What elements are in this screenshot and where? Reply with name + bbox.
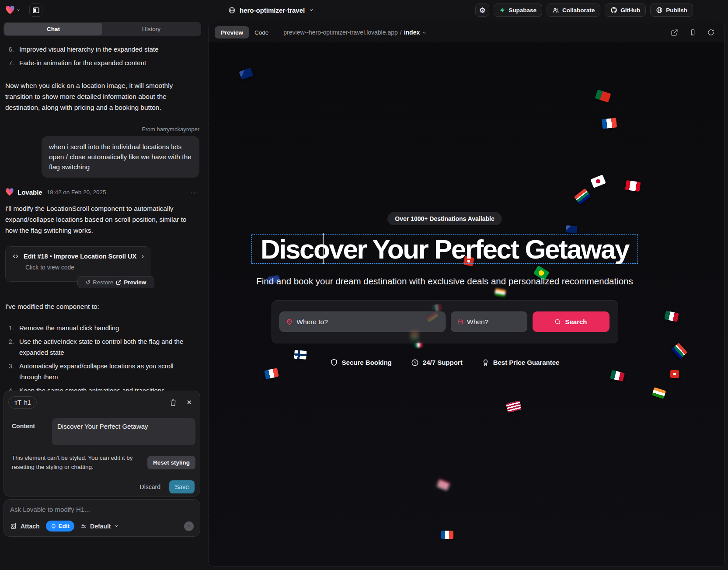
publish-button[interactable]: Publish <box>650 3 693 17</box>
flag-india <box>652 387 666 399</box>
crosshair-icon <box>51 523 56 529</box>
tab-history[interactable]: History <box>102 23 200 35</box>
supabase-bolt-icon <box>499 7 505 14</box>
preview-chrome-bar: Preview Code preview--hero-optimizer-tra… <box>209 22 724 42</box>
clock-icon <box>411 359 419 367</box>
tab-code[interactable]: Code <box>254 29 268 36</box>
content-textarea[interactable]: Discover Your Perfect Getaway <box>52 418 195 445</box>
sidebar-toggle-button[interactable] <box>29 3 42 17</box>
preview-version-button[interactable]: Preview <box>116 279 146 286</box>
flag-mexico <box>664 311 679 322</box>
gear-icon: ⚙ <box>479 6 485 14</box>
destinations-badge: Over 1000+ Destinations Available <box>387 212 502 225</box>
list-item: 7. Fade-in animation for the expanded co… <box>5 57 201 68</box>
save-button[interactable]: Save <box>169 480 195 493</box>
message-from-label: From harrymckayroper <box>5 126 201 133</box>
when-input-wrap[interactable] <box>451 311 527 332</box>
when-input[interactable] <box>467 318 520 326</box>
discard-button[interactable]: Discard <box>140 483 160 490</box>
send-button[interactable]: ↑ <box>184 521 194 531</box>
flag-switzerland <box>670 370 679 378</box>
attach-button[interactable]: Attach <box>10 523 40 530</box>
calendar-icon <box>457 318 463 325</box>
chevron-right-icon: › <box>142 252 144 260</box>
search-icon <box>554 318 561 325</box>
hero-section: Over 1000+ Destinations Available Discov… <box>226 42 663 367</box>
github-button[interactable]: GitHub <box>605 3 646 17</box>
where-input[interactable] <box>296 318 439 326</box>
chat-composer: Attach Edit Default ↑ <box>3 499 200 537</box>
model-default-selector[interactable]: Default <box>80 523 118 530</box>
image-icon <box>10 523 17 530</box>
external-link-icon <box>116 280 122 285</box>
element-editor-panel: TT h1 ✕ Content Discover Your Perfect Ge… <box>3 391 200 497</box>
panel-left-icon <box>32 7 40 14</box>
preview-panel: Preview Code preview--hero-optimizer-tra… <box>208 22 725 567</box>
url-page: index <box>404 29 420 36</box>
trust-support: 24/7 Support <box>411 359 463 367</box>
project-switcher[interactable]: hero-optimizer-travel <box>228 3 314 17</box>
message-timestamp: 18:42 on Feb 20, 2025 <box>47 189 106 196</box>
where-input-wrap[interactable] <box>279 311 446 332</box>
flag-france <box>264 368 279 379</box>
supabase-label: Supabase <box>509 7 536 14</box>
text-caret <box>323 233 324 264</box>
restore-button[interactable]: ↺ Restore <box>86 279 114 286</box>
flag-south-africa <box>672 343 687 359</box>
chat-paragraph: I'll modify the LocationScroll component… <box>5 203 199 236</box>
list-item: 6. Improved visual hierarchy in the expa… <box>5 44 201 55</box>
people-icon <box>552 7 559 14</box>
agent-message-header: Lovable 18:42 on Feb 20, 2025 ··· <box>5 188 201 196</box>
reset-styling-button[interactable]: Reset styling <box>147 456 195 469</box>
shield-icon <box>330 358 338 367</box>
element-tag-name: h1 <box>24 399 31 406</box>
trust-secure-booking: Secure Booking <box>330 358 392 367</box>
refresh-icon <box>707 29 714 36</box>
preview-viewport[interactable]: Over 1000+ Destinations Available Discov… <box>209 42 724 566</box>
mobile-view-button[interactable] <box>690 28 696 36</box>
chevron-down-icon <box>309 7 314 13</box>
location-pin-icon <box>286 318 293 326</box>
close-editor-button[interactable]: ✕ <box>186 399 192 406</box>
github-icon <box>610 7 617 14</box>
flag-france <box>441 531 453 539</box>
preview-url-bar[interactable]: preview--hero-optimizer-travel.lovable.a… <box>283 29 427 36</box>
chat-paragraph: I've modified the component to: <box>5 301 201 312</box>
chat-paragraph: Now when you click on a location image, … <box>5 80 193 113</box>
chat-scroll-area[interactable]: 6. Improved visual hierarchy in the expa… <box>0 39 206 407</box>
github-label: GitHub <box>620 7 640 14</box>
lovable-logo-menu[interactable] <box>5 6 21 14</box>
user-message-bubble: when i scroll into the individual locati… <box>42 136 199 178</box>
h1-selection-box[interactable]: Discover Your Perfect Getaway <box>251 234 638 264</box>
hero-title: Discover Your Perfect Getaway <box>261 234 629 265</box>
tab-chat[interactable]: Chat <box>4 23 102 35</box>
hero-subtitle: Find and book your dream destination wit… <box>256 276 633 287</box>
element-tag-pill[interactable]: TT h1 <box>8 396 37 409</box>
search-button[interactable]: Search <box>533 311 610 332</box>
lovable-heart-icon <box>5 188 14 196</box>
lovable-heart-icon <box>5 6 15 14</box>
edit-mode-button[interactable]: Edit <box>46 521 75 532</box>
composer-input[interactable] <box>10 506 194 513</box>
collaborate-button[interactable]: Collaborate <box>547 3 600 17</box>
trust-indicators: Secure Booking 24/7 Support Best Price G… <box>330 358 560 367</box>
globe-icon <box>228 7 236 14</box>
flag-usa <box>506 400 522 413</box>
tab-preview[interactable]: Preview <box>215 26 249 38</box>
refresh-button[interactable] <box>707 29 714 36</box>
chat-list-previous: 6. Improved visual hierarchy in the expa… <box>5 44 201 68</box>
styling-note: This element can't be styled. You can ed… <box>8 453 147 472</box>
chevron-down-icon <box>422 30 427 35</box>
chevron-down-icon <box>114 524 119 528</box>
settings-button[interactable]: ⚙ <box>475 3 489 17</box>
flag-mexico <box>610 370 625 382</box>
delete-element-button[interactable] <box>170 399 177 406</box>
chevron-down-icon <box>16 8 21 12</box>
phone-icon <box>690 28 696 36</box>
search-card: Search <box>272 300 618 343</box>
message-menu-button[interactable]: ··· <box>191 189 201 196</box>
project-name: hero-optimizer-travel <box>240 7 305 14</box>
open-in-new-tab-button[interactable] <box>671 29 678 36</box>
supabase-button[interactable]: Supabase <box>494 3 542 17</box>
globe-icon <box>656 7 663 14</box>
